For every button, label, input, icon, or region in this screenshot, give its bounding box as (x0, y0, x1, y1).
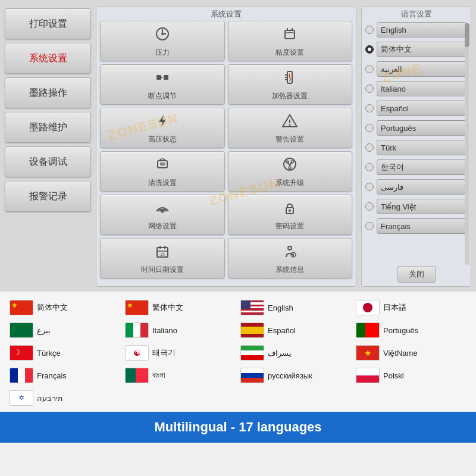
svg-rect-5 (156, 75, 161, 80)
lang-card-bengali: বাংলা (124, 367, 237, 384)
flag-french (10, 368, 33, 383)
lang-btn-vietnamese[interactable]: Tiếng Việt (377, 199, 467, 214)
lang-btn-french[interactable]: Français (377, 218, 467, 234)
menu-item-datetime[interactable]: 15时间日期设置 (100, 238, 225, 278)
sidebar-btn-device-debug[interactable]: 设备调试 (5, 146, 91, 177)
svg-point-25 (289, 209, 291, 212)
lang-btn-portuguese[interactable]: Português (377, 120, 467, 136)
flag-vietnamese (356, 345, 380, 361)
radio-korean[interactable] (365, 163, 374, 171)
svg-point-19 (284, 158, 296, 170)
lang-card-persian: یسراف (239, 344, 352, 362)
menu-item-password[interactable]: 密码设置 (228, 195, 353, 235)
svg-marker-12 (159, 115, 166, 127)
lang-name-bengali: বাংলা (152, 371, 165, 380)
lang-card-polish: Polski (355, 367, 468, 384)
system-upgrade-label: 系统升级 (275, 178, 304, 188)
sidebar-btn-print-settings[interactable]: 打印设置 (5, 8, 91, 39)
lang-btn-simplified-chinese[interactable]: 简体中文 (377, 42, 467, 57)
lang-name-italian: Italiano (152, 326, 177, 335)
flag-persian (240, 345, 264, 361)
lang-item-korean[interactable]: 한국어 (365, 158, 467, 176)
purge-label: 清洗设置 (148, 178, 177, 188)
radio-turkish[interactable] (365, 143, 374, 152)
radio-french[interactable] (365, 222, 374, 230)
scrollbar[interactable] (465, 23, 469, 265)
svg-point-23 (161, 211, 164, 213)
menu-item-high-voltage[interactable]: 高压状态 (100, 108, 225, 148)
radio-portuguese[interactable] (365, 124, 374, 132)
lang-btn-arabic[interactable]: العربية (377, 61, 467, 77)
lang-card-traditional-chinese: 繁体中文 (124, 299, 237, 317)
lang-btn-english[interactable]: English (377, 22, 467, 37)
lang-name-japanese: 日本語 (383, 302, 406, 313)
lang-name-spanish: Español (268, 326, 296, 335)
flag-polish (356, 368, 380, 383)
menu-item-breakpoint[interactable]: 断点调节 (100, 64, 225, 105)
radio-persian[interactable] (365, 183, 374, 191)
lang-btn-persian[interactable]: فارسی (377, 179, 467, 195)
viscosity-icon (281, 26, 298, 46)
sidebar-btn-ink-maintenance[interactable]: 墨路维护 (5, 112, 91, 143)
radio-italian[interactable] (365, 84, 374, 93)
radio-simplified-chinese[interactable] (365, 45, 374, 54)
menu-item-viscosity[interactable]: 粘度设置 (228, 21, 353, 61)
lang-item-portuguese[interactable]: Português (365, 119, 467, 137)
lang-item-arabic[interactable]: العربية (365, 60, 467, 78)
lang-name-arabic: يبرع (37, 326, 51, 335)
sidebar-btn-alarm-log[interactable]: 报警记录 (5, 181, 91, 212)
flag-bengali (125, 368, 149, 383)
menu-item-system-upgrade[interactable]: 系统升级 (228, 151, 353, 192)
center-panel-title: 系统设置 (211, 9, 242, 20)
lang-name-turkish: Türkçe (37, 349, 61, 358)
sidebar-btn-system-settings[interactable]: 系统设置 (5, 43, 91, 74)
menu-item-network[interactable]: 网络设置 (100, 195, 225, 235)
viscosity-label: 粘度设置 (275, 48, 304, 58)
bottom-banner: Multilingual - 17 languages (0, 412, 476, 443)
lang-btn-italian[interactable]: Italiano (377, 81, 467, 96)
scrollbar-thumb[interactable] (465, 23, 469, 47)
lang-card-french: Français (8, 367, 121, 384)
menu-item-sysinfo[interactable]: 系统信息 (228, 238, 353, 278)
menu-item-alarm[interactable]: 警告设置 (228, 108, 353, 148)
lang-name-vietnamese: ViệtName (383, 349, 418, 358)
lang-card-vietnamese: ViệtName (355, 344, 468, 362)
lang-item-spanish[interactable]: Español (365, 99, 467, 117)
center-panel: 系统设置 压力粘度设置断点调节加热器设置高压状态警告设置清洗设置系统升级网络设置… (96, 6, 356, 287)
lang-card-russian: русскийязык (239, 367, 352, 384)
network-icon (154, 199, 171, 220)
radio-vietnamese[interactable] (365, 202, 374, 211)
lang-card-hebrew: תירבעה (8, 389, 121, 407)
center-menu-grid: 压力粘度设置断点调节加热器设置高压状态警告设置清洗设置系统升级网络设置密码设置1… (100, 21, 352, 278)
high-voltage-label: 高压状态 (148, 134, 177, 145)
lang-btn-korean[interactable]: 한국어 (377, 159, 467, 175)
lang-item-italian[interactable]: Italiano (365, 80, 467, 98)
radio-english[interactable] (365, 26, 374, 34)
svg-text:15: 15 (160, 252, 165, 256)
lang-btn-spanish[interactable]: Español (377, 101, 467, 116)
breakpoint-icon (154, 69, 171, 90)
flag-korean (125, 345, 149, 361)
sidebar-btn-ink-operation[interactable]: 墨路操作 (5, 77, 91, 108)
lang-item-french[interactable]: Français (365, 217, 467, 235)
lang-card-simplified-chinese: 简体中文 (8, 299, 121, 317)
lang-name-simplified-chinese: 简体中文 (37, 302, 68, 313)
menu-item-pressure[interactable]: 压力 (100, 21, 225, 61)
lang-item-simplified-chinese[interactable]: 简体中文 (365, 40, 467, 58)
lang-item-english[interactable]: English (365, 21, 467, 39)
svg-rect-16 (158, 161, 167, 168)
lang-item-vietnamese[interactable]: Tiếng Việt (365, 198, 467, 215)
flag-turkish (10, 345, 33, 361)
radio-spanish[interactable] (365, 104, 374, 112)
lang-item-persian[interactable]: فارسی (365, 178, 467, 196)
radio-arabic[interactable] (365, 65, 374, 73)
lang-name-polish: Polski (383, 371, 404, 380)
svg-point-31 (288, 246, 292, 250)
lang-item-turkish[interactable]: Türk (365, 139, 467, 156)
menu-item-purge[interactable]: 清洗设置 (100, 151, 225, 192)
menu-item-heater[interactable]: 加热器设置 (228, 64, 353, 105)
lang-card-korean: 태극기 (124, 344, 237, 362)
close-button[interactable]: 关闭 (397, 266, 436, 283)
lang-card-portuguese: Português (355, 321, 468, 339)
lang-btn-turkish[interactable]: Türk (377, 140, 467, 155)
